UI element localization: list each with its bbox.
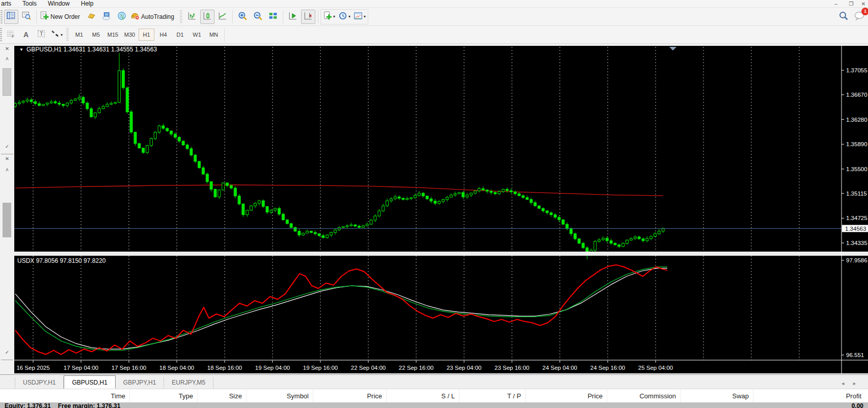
profit-total: 0.00 <box>852 402 863 408</box>
menu-tools[interactable]: Tools <box>17 0 42 8</box>
new-chart-icon <box>323 11 332 22</box>
new-order-icon <box>40 11 49 22</box>
tab-usdjpy-h1[interactable]: USDJPY,H1 <box>15 377 64 389</box>
tab-scroll-arrows[interactable]: ◄► <box>840 381 864 386</box>
new-chart-button[interactable]: ▾ <box>322 10 336 24</box>
signals-button[interactable] <box>115 10 129 24</box>
col-price-current[interactable]: Price <box>526 389 607 402</box>
svg-text:22 Sep 04:00: 22 Sep 04:00 <box>351 365 386 371</box>
check-icon: ✓ <box>0 349 14 355</box>
col-tp[interactable]: T / P <box>459 389 526 402</box>
chart-shift-icon <box>304 11 313 22</box>
templates-icon <box>354 11 363 22</box>
svg-text:22 Sep 16:00: 22 Sep 16:00 <box>399 365 433 371</box>
timeframe-m15[interactable]: M15 <box>105 29 121 41</box>
timeframe-m5[interactable]: M5 <box>88 29 104 41</box>
text-tool-button[interactable]: A <box>19 28 33 42</box>
indicator-info: USDX 97.8056 97.8150 97.8220 <box>17 257 105 264</box>
tab-gbpusd-h1[interactable]: GBPUSD,H1 <box>64 375 115 389</box>
templates-button[interactable]: ▾ <box>352 10 367 24</box>
menu-window[interactable]: Window <box>42 0 75 8</box>
zoom-in-button[interactable] <box>235 10 250 24</box>
text-label-button[interactable]: T <box>34 28 48 42</box>
svg-text:16 Sep 2025: 16 Sep 2025 <box>16 365 49 371</box>
scrollbar-thumb[interactable] <box>3 68 11 96</box>
bar-chart-button[interactable] <box>185 10 199 24</box>
data-window-button[interactable] <box>19 10 34 24</box>
drawing-timeframe-toolbar: F A T ▾ M1 M5 M15 M30 H1 H4 D1 W1 MN <box>0 26 868 44</box>
minimize-button[interactable]: – <box>828 0 844 8</box>
caret-down-icon: ▾ <box>333 14 335 19</box>
timeframe-mn[interactable]: MN <box>206 29 222 41</box>
svg-text:96.551: 96.551 <box>846 352 864 358</box>
text-a-icon: A <box>23 31 29 39</box>
menu-help[interactable]: Help <box>75 0 99 8</box>
auto-scroll-button[interactable] <box>286 10 300 24</box>
svg-text:F: F <box>12 34 14 38</box>
autotrading-button[interactable]: AutoTrading <box>130 10 177 24</box>
new-order-button[interactable]: New Order <box>39 10 83 24</box>
search-icon[interactable] <box>838 11 849 23</box>
timeframe-h1[interactable]: H1 <box>139 29 154 41</box>
candlestick-chart-button[interactable] <box>200 10 214 24</box>
candlestick-chart-icon <box>203 11 212 22</box>
col-sl[interactable]: S / L <box>387 389 459 402</box>
clipped-icon <box>0 28 2 41</box>
metaeditor-button[interactable] <box>84 10 98 24</box>
svg-text:18 Sep 04:00: 18 Sep 04:00 <box>159 365 194 371</box>
zoom-out-button[interactable] <box>251 10 265 24</box>
svg-text:1.35890: 1.35890 <box>846 141 867 147</box>
panel-divider <box>1 360 13 360</box>
chart-shift-button[interactable] <box>301 10 315 24</box>
scroll-up-icon[interactable]: ˄ <box>0 56 14 62</box>
col-commission[interactable]: Commission <box>607 389 681 402</box>
panel-close-icon[interactable]: ✕ <box>0 156 14 161</box>
menu-bar: arts Tools Window Help – ❐ ✕ <box>0 0 868 8</box>
timeframe-m30[interactable]: M30 <box>122 29 138 41</box>
chart-symbol-info[interactable]: ▼GBPUSD,H1 1.34631 1.34631 1.34555 1.345… <box>19 46 157 53</box>
timeframe-w1[interactable]: W1 <box>189 29 205 41</box>
tile-windows-button[interactable] <box>266 10 280 24</box>
equity-summary: Equity: 1,376.31Free margin: 1,376.31 <box>5 402 127 408</box>
toolbar-right-icons: 1 <box>838 11 868 23</box>
timeframe-h4[interactable]: H4 <box>155 29 171 41</box>
col-size[interactable]: Size <box>198 389 247 402</box>
svg-text:18 Sep 16:00: 18 Sep 16:00 <box>207 365 242 371</box>
timeframe-m1[interactable]: M1 <box>71 29 87 41</box>
trade-table-header: Time Type Size Symbol Price S / L T / P … <box>0 389 868 402</box>
menu-charts-partial[interactable]: arts <box>0 0 17 8</box>
timeframe-d1[interactable]: D1 <box>172 29 188 41</box>
virtual-hosting-button[interactable] <box>99 10 114 24</box>
restore-button[interactable]: ❐ <box>844 0 859 8</box>
fibonacci-button[interactable]: F <box>4 28 18 42</box>
svg-text:25 Sep 04:00: 25 Sep 04:00 <box>638 365 673 371</box>
toolbar-grip[interactable] <box>180 10 182 23</box>
scrollbar-thumb[interactable] <box>3 203 11 237</box>
panel-close-icon[interactable]: ✕ <box>0 46 14 51</box>
col-type[interactable]: Type <box>130 389 198 402</box>
tab-gbpjpy-h1[interactable]: GBPJPY,H1 <box>116 377 164 389</box>
chart-canvas[interactable]: 1.370551.366701.362801.358901.355001.351… <box>14 44 868 374</box>
toolbar-grip[interactable] <box>66 28 69 41</box>
arrows-tool-button[interactable]: ▾ <box>49 28 64 42</box>
svg-text:19 Sep 16:00: 19 Sep 16:00 <box>303 365 338 371</box>
mql5-chat-button[interactable]: 1 <box>854 11 865 23</box>
periods-button[interactable]: ▾ <box>337 10 351 24</box>
market-watch-button[interactable] <box>4 10 18 24</box>
mt4-window: arts Tools Window Help – ❐ ✕ New Order <box>0 0 868 408</box>
col-profit[interactable]: Profit <box>753 389 868 402</box>
signals-radar-icon <box>117 11 126 22</box>
docked-panel-strip: ✕ ˄ ✓ ✕ ˄ ✓ <box>0 44 14 374</box>
col-symbol[interactable]: Symbol <box>247 389 313 402</box>
separator <box>283 10 283 23</box>
symbol-dropdown-icon[interactable]: ▼ <box>19 47 23 52</box>
col-time[interactable]: Time <box>0 389 130 402</box>
col-price-open[interactable]: Price <box>313 389 387 402</box>
col-swap[interactable]: Swap <box>681 389 753 402</box>
line-chart-button[interactable] <box>215 10 230 24</box>
tab-eurjpy-m5[interactable]: EURJPY,M5 <box>164 377 213 389</box>
close-button[interactable]: ✕ <box>859 0 868 8</box>
symbol-ohlc-text: GBPUSD,H1 1.34631 1.34631 1.34555 1.3456… <box>26 46 157 53</box>
line-chart-icon <box>218 11 227 22</box>
scroll-up-icon[interactable]: ˄ <box>0 167 14 173</box>
